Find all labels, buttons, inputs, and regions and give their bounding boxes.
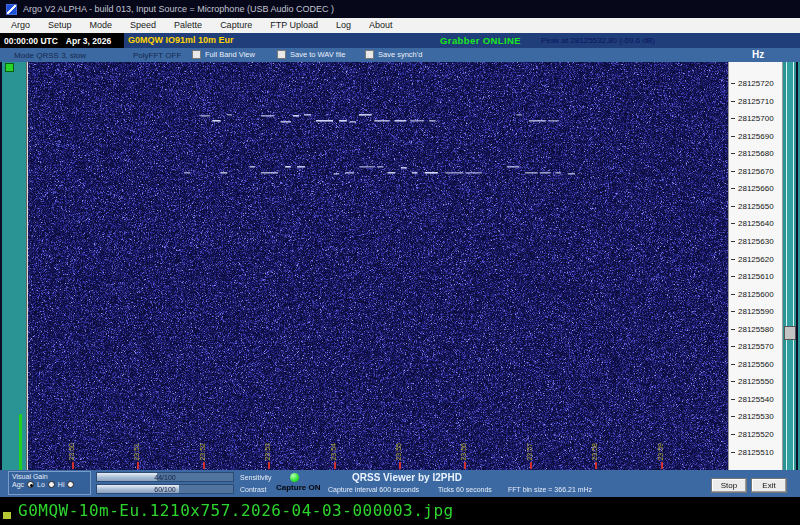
menu-item-about[interactable]: About <box>360 18 402 33</box>
freq-tick: 28125700 <box>729 114 782 123</box>
freq-tick-value: 28125510 <box>738 448 774 457</box>
left-margin-strip <box>0 62 28 470</box>
gain-radio-lo[interactable] <box>48 481 55 488</box>
time-tick-mark <box>464 462 466 469</box>
freq-tick: 28125660 <box>729 184 782 193</box>
freq-tick: 28125680 <box>729 149 782 158</box>
menu-item-palette[interactable]: Palette <box>165 18 211 33</box>
time-tick-label: 23:56 <box>460 443 467 461</box>
time-tick-mark <box>595 462 597 469</box>
time-tick-mark <box>137 462 139 469</box>
freq-tick: 28125640 <box>729 219 782 228</box>
time-tick-label: 23:54 <box>330 443 337 461</box>
menu-item-argo[interactable]: Argo <box>2 18 39 33</box>
time-tick-mark <box>334 462 336 469</box>
frequency-scale: 2812572028125710281257002812569028125680… <box>728 62 783 470</box>
viewer-credit: QRSS Viewer by I2PHD <box>352 472 462 483</box>
visual-gain-radios: AgcLoHi <box>12 481 90 488</box>
freq-tick-value: 28125570 <box>738 342 774 351</box>
freq-tick-value: 28125560 <box>738 360 774 369</box>
gain-radio-hi[interactable] <box>67 481 74 488</box>
freq-tick-value: 28125550 <box>738 377 774 386</box>
menu-item-setup[interactable]: Setup <box>39 18 81 33</box>
gain-option-label: Lo <box>37 481 45 488</box>
marker-slider-thumb[interactable] <box>5 63 14 72</box>
freq-tick: 28125580 <box>729 325 782 334</box>
argo-window: Argo V2 ALPHA - build 013, Input Source … <box>0 0 800 525</box>
utc-clock: 00:00:00 UTC Apr 3, 2026 <box>0 33 124 48</box>
waterfall-area: 23:5023:5123:5223:5323:5423:5523:5623:57… <box>0 62 800 470</box>
checkbox-label: Save synch'd <box>378 50 422 59</box>
checkbox-label: Save to WAV file <box>290 50 345 59</box>
freq-tick-value: 28125720 <box>738 79 774 88</box>
freq-tick-value: 28125690 <box>738 132 774 141</box>
waterfall-canvas[interactable] <box>28 62 728 470</box>
menu-item-speed[interactable]: Speed <box>121 18 165 33</box>
freq-tick: 28125570 <box>729 342 782 351</box>
ticks-label: Ticks 60 seconds <box>438 486 492 493</box>
sensitivity-slider[interactable]: 44/100 <box>96 472 234 482</box>
time-tick-label: 23:55 <box>395 443 402 461</box>
utc-time: 00:00:00 UTC <box>4 36 58 46</box>
time-tick-mark <box>72 462 74 469</box>
checkbox-icon[interactable] <box>192 50 201 59</box>
freq-tick: 28125650 <box>729 202 782 211</box>
sensitivity-value: 44/100 <box>97 473 233 482</box>
save-synchd-checkbox[interactable]: Save synch'd <box>365 50 422 59</box>
menu-item-ftp-upload[interactable]: FTP Upload <box>261 18 327 33</box>
exit-button[interactable]: Exit <box>751 478 787 493</box>
visual-gain-group: Visual Gain AgcLoHi <box>8 471 91 495</box>
freq-tick-value: 28125640 <box>738 219 774 228</box>
capture-interval-label: Capture interval 600 seconds <box>328 486 419 493</box>
scrollbar-track[interactable] <box>786 62 794 470</box>
freq-tick-value: 28125700 <box>738 114 774 123</box>
corner-marker <box>3 512 11 519</box>
freq-tick: 28125590 <box>729 307 782 316</box>
capture-filename: G0MQW-10m-Eu.1210x757.2026-04-03-000003.… <box>18 501 454 520</box>
sensitivity-label: Sensitivity <box>240 474 272 481</box>
time-tick-mark <box>203 462 205 469</box>
freq-tick-value: 28125680 <box>738 149 774 158</box>
title-bar: Argo V2 ALPHA - build 013, Input Source … <box>0 0 800 18</box>
freq-tick-value: 28125600 <box>738 290 774 299</box>
checkbox-icon[interactable] <box>277 50 286 59</box>
freq-tick-value: 28125710 <box>738 97 774 106</box>
freq-tick-value: 28125530 <box>738 412 774 421</box>
menu-item-log[interactable]: Log <box>327 18 360 33</box>
contrast-slider[interactable]: 60/100 <box>96 484 234 494</box>
control-bar: Visual Gain AgcLoHi 44/100 60/100 Sensit… <box>0 470 800 497</box>
freq-tick: 28125670 <box>729 167 782 176</box>
status-row: 00:00:00 UTC Apr 3, 2026 G0MQW IO91ml 10… <box>0 33 800 48</box>
freq-tick-value: 28125580 <box>738 325 774 334</box>
time-tick-mark <box>399 462 401 469</box>
menu-item-capture[interactable]: Capture <box>211 18 261 33</box>
capture-led-icon <box>290 473 299 482</box>
hz-unit-label: Hz <box>752 49 764 60</box>
frequency-scrollbar[interactable] <box>783 62 798 470</box>
checkbox-icon[interactable] <box>365 50 374 59</box>
stop-button[interactable]: Stop <box>711 478 747 493</box>
freq-tick-value: 28125650 <box>738 202 774 211</box>
freq-tick: 28125510 <box>729 448 782 457</box>
freq-tick-value: 28125670 <box>738 167 774 176</box>
time-tick-mark <box>530 462 532 469</box>
freq-tick: 28125550 <box>729 377 782 386</box>
menu-item-mode[interactable]: Mode <box>81 18 122 33</box>
toolbar-row: Mode QRSS 3, slow PolyFFT OFF Full Band … <box>0 48 800 62</box>
mode-indicator: Mode QRSS 3, slow <box>14 51 86 60</box>
grabber-status: Grabber ONLINE <box>440 35 521 46</box>
save-wav-checkbox[interactable]: Save to WAV file <box>277 50 345 59</box>
menu-bar: ArgoSetupModeSpeedPaletteCaptureFTP Uplo… <box>0 18 800 33</box>
scrollbar-thumb[interactable] <box>784 326 796 340</box>
contrast-value: 60/100 <box>97 485 233 494</box>
waterfall-container: 23:5023:5123:5223:5323:5423:5523:5623:57… <box>28 62 728 470</box>
freq-tick-value: 28125610 <box>738 272 774 281</box>
gain-radio-agc[interactable] <box>27 481 34 488</box>
time-tick-label: 23:53 <box>264 443 271 461</box>
time-tick-label: 23:50 <box>68 443 75 461</box>
peak-readout: Peak at 28125532.80 (-69.6 dB) <box>541 36 655 45</box>
band-indicator-line <box>19 414 22 470</box>
app-icon <box>6 4 17 15</box>
freq-tick-value: 28125660 <box>738 184 774 193</box>
full-band-view-checkbox[interactable]: Full Band View <box>192 50 255 59</box>
